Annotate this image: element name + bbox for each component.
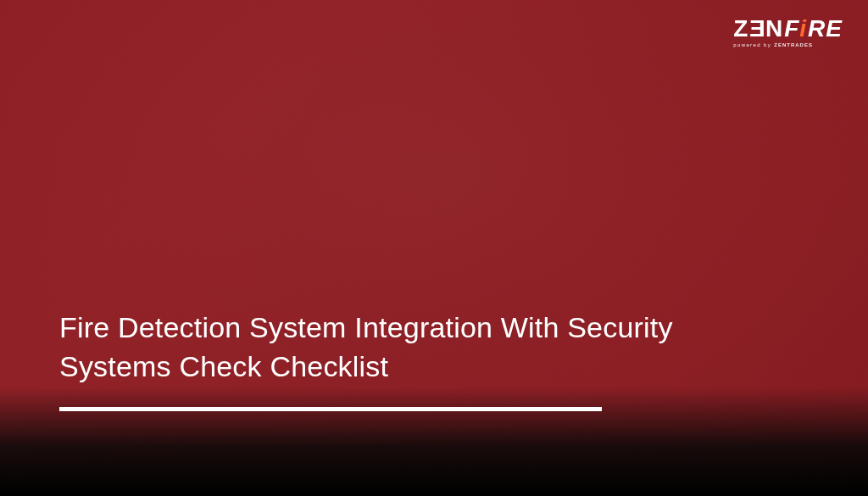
logo-letter-f: F: [784, 17, 799, 41]
tagline-prefix: powered by: [733, 42, 774, 47]
page-title: Fire Detection System Integration With S…: [59, 309, 704, 387]
logo-letter-e: E: [748, 17, 765, 41]
logo-letter-z: Z: [733, 17, 748, 41]
hero-banner: Z E N F i RE powered by ZENTRADES Fire D…: [0, 0, 868, 496]
logo-text: Z E N F i RE: [733, 17, 843, 41]
title-underline: [59, 407, 602, 411]
flame-icon: i: [799, 17, 807, 41]
brand-logo: Z E N F i RE powered by ZENTRADES: [733, 17, 843, 47]
logo-letter-re: RE: [808, 17, 843, 41]
tagline-brand: ZENTRADES: [774, 42, 813, 47]
headline-block: Fire Detection System Integration With S…: [59, 309, 704, 411]
logo-tagline: powered by ZENTRADES: [733, 42, 843, 47]
logo-letter-n: N: [765, 17, 783, 41]
